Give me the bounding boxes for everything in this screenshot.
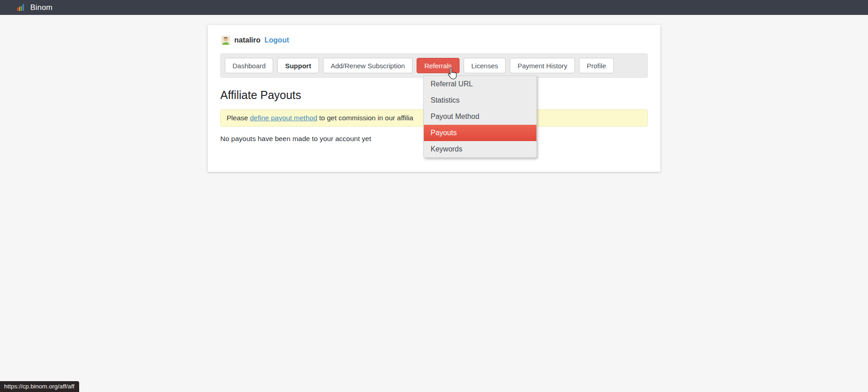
brand-name: Binom [30,3,52,12]
tab-bar: Dashboard Support Add/Renew Subscription… [220,53,648,78]
tab-add-renew-subscription[interactable]: Add/Renew Subscription [323,58,413,73]
username: nataliro [234,36,261,44]
user-avatar [221,36,230,45]
tab-support[interactable]: Support [277,58,319,73]
menu-item-payout-method[interactable]: Payout Method [424,109,536,125]
topbar: Binom [0,0,868,15]
tab-licenses[interactable]: Licenses [464,58,506,73]
menu-item-keywords[interactable]: Keywords [424,141,536,157]
menu-item-referral-url[interactable]: Referral URL [424,76,536,92]
menu-item-statistics[interactable]: Statistics [424,92,536,109]
notice-text-suffix: to get commission in our affilia [319,114,413,122]
tab-referrals[interactable]: Referrals [417,58,460,73]
menu-item-payouts[interactable]: Payouts [424,125,536,141]
logout-link[interactable]: Logout [265,36,289,44]
define-payout-method-link[interactable]: define payout method [250,114,317,122]
page: Binom nataliro Logout Dashboard Support … [0,0,868,392]
user-row: nataliro Logout [221,36,648,45]
tab-profile[interactable]: Profile [579,58,614,73]
referrals-dropdown: Referral URL Statistics Payout Method Pa… [423,76,537,158]
status-url-tooltip: https://cp.binom.org/aff/aff [0,381,79,392]
tab-dashboard[interactable]: Dashboard [225,58,273,73]
notice-text-prefix: Please [227,114,248,122]
tab-payment-history[interactable]: Payment History [510,58,575,73]
bar-chart-icon [17,4,25,11]
binom-logo[interactable]: Binom [17,3,52,12]
